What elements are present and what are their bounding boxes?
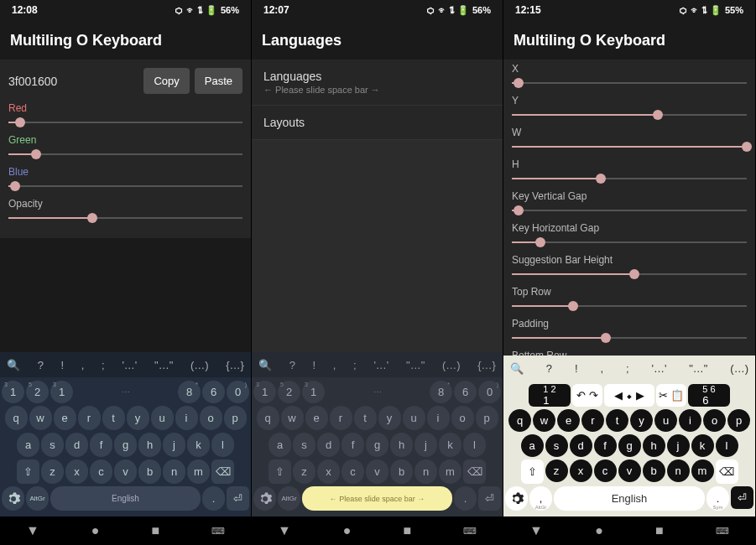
- num-key[interactable]: 52: [26, 381, 49, 403]
- settings-key[interactable]: [2, 486, 24, 511]
- recent-icon[interactable]: ■: [655, 523, 664, 538]
- key-v[interactable]: v: [366, 459, 388, 484]
- kb-top-item[interactable]: !: [313, 359, 316, 371]
- num-key[interactable]: 31: [253, 381, 276, 403]
- backspace-key[interactable]: ⌫: [211, 459, 234, 484]
- kb-top-item[interactable]: (…): [730, 362, 748, 375]
- key-j[interactable]: j: [414, 433, 437, 457]
- key-n[interactable]: n: [163, 459, 185, 484]
- back-icon[interactable]: ▼: [529, 523, 543, 538]
- key-e[interactable]: e: [54, 406, 76, 430]
- period-key[interactable]: .: [202, 486, 225, 511]
- kb-top-item[interactable]: ;: [626, 362, 629, 375]
- key-s[interactable]: s: [545, 434, 568, 457]
- key-f[interactable]: f: [90, 433, 112, 457]
- keyboard-switch-icon[interactable]: ⌨: [211, 526, 225, 537]
- key-i[interactable]: i: [175, 406, 198, 430]
- key-q[interactable]: q: [5, 406, 28, 430]
- key-d[interactable]: d: [317, 433, 340, 457]
- kb-top-item[interactable]: 🔍: [510, 362, 524, 375]
- key-u[interactable]: u: [403, 406, 425, 430]
- key-r[interactable]: r: [581, 409, 604, 432]
- slider-blue[interactable]: Blue: [8, 166, 242, 193]
- key-x[interactable]: x: [65, 459, 88, 484]
- undo-key[interactable]: ↶ ↷: [572, 384, 602, 407]
- shift-key[interactable]: ⇧: [17, 459, 39, 484]
- num-key[interactable]: *8: [430, 381, 452, 403]
- key-e[interactable]: e: [305, 406, 328, 430]
- key-i[interactable]: i: [679, 409, 701, 432]
- key-w[interactable]: w: [281, 406, 304, 430]
- altgr-key[interactable]: AltGr: [278, 486, 300, 511]
- recent-icon[interactable]: ■: [403, 523, 411, 538]
- copy-button[interactable]: Copy: [143, 68, 189, 94]
- key-g[interactable]: g: [618, 434, 641, 457]
- kb-top-item[interactable]: 🔍: [258, 359, 272, 371]
- back-icon[interactable]: ▼: [26, 523, 39, 538]
- shift-key[interactable]: ⇧: [521, 459, 544, 484]
- key-h[interactable]: h: [643, 434, 665, 457]
- key-n[interactable]: n: [414, 459, 437, 484]
- slider-key horizontal gap[interactable]: Key Horizontal Gap: [512, 222, 747, 249]
- num-key[interactable]: )0: [478, 381, 501, 403]
- key-a[interactable]: a: [269, 433, 291, 457]
- kb-top-item[interactable]: ,: [81, 359, 85, 371]
- home-icon[interactable]: ●: [91, 523, 100, 538]
- enter-key[interactable]: ⏎: [478, 486, 501, 511]
- cut-key[interactable]: ✂ 📋: [656, 384, 686, 407]
- key-m[interactable]: m: [439, 459, 461, 484]
- key-v[interactable]: v: [618, 459, 641, 482]
- key-m[interactable]: m: [691, 459, 714, 482]
- paste-button[interactable]: Paste: [195, 68, 242, 94]
- kb-top-item[interactable]: "…": [406, 359, 425, 371]
- keyboard-switch-icon[interactable]: ⌨: [716, 526, 729, 537]
- key-l[interactable]: l: [463, 433, 486, 457]
- num-key[interactable]: *8: [178, 381, 201, 403]
- slider-padding[interactable]: Padding: [512, 318, 747, 345]
- kb-top-item[interactable]: 🔍: [7, 359, 20, 371]
- kb-top-item[interactable]: '…': [373, 359, 388, 371]
- slider-opacity[interactable]: Opacity: [8, 198, 242, 225]
- key-d[interactable]: d: [65, 433, 88, 457]
- num-key[interactable]: )0: [227, 381, 249, 403]
- kb-top-item[interactable]: ?: [289, 359, 295, 371]
- num-key[interactable]: 31: [302, 381, 325, 403]
- slider-green[interactable]: Green: [8, 134, 242, 161]
- key-w[interactable]: w: [533, 409, 555, 432]
- slider-w[interactable]: W: [512, 127, 747, 153]
- kb-top-item[interactable]: (…): [190, 359, 209, 371]
- settings-key[interactable]: [253, 486, 276, 511]
- backspace-key[interactable]: ⌫: [716, 459, 738, 484]
- key-d[interactable]: d: [570, 434, 592, 457]
- kb-top-item[interactable]: ;: [102, 359, 105, 371]
- kb-top-item[interactable]: {…}: [226, 359, 244, 371]
- keyboard-switch-icon[interactable]: ⌨: [463, 526, 477, 537]
- sym-key[interactable]: .Sym: [706, 486, 729, 511]
- key-t[interactable]: t: [102, 406, 125, 430]
- slider-top row[interactable]: Top Row: [512, 286, 747, 313]
- slider-y[interactable]: Y: [512, 95, 747, 122]
- kb-top-item[interactable]: !: [575, 362, 578, 375]
- kb-top-item[interactable]: ,: [600, 362, 603, 375]
- key-b[interactable]: b: [390, 459, 413, 484]
- key-u[interactable]: u: [151, 406, 174, 430]
- kb-top-item[interactable]: ?: [546, 362, 552, 375]
- key-y[interactable]: y: [378, 406, 401, 430]
- shift-key[interactable]: ⇧: [269, 459, 291, 484]
- key-i[interactable]: i: [427, 406, 450, 430]
- key-p[interactable]: p: [224, 406, 247, 430]
- key-c[interactable]: c: [90, 459, 112, 484]
- space-bar[interactable]: ← Please slide space bar →: [302, 486, 452, 511]
- key-o[interactable]: o: [451, 406, 474, 430]
- kb-top-item[interactable]: '…': [651, 362, 666, 375]
- key-s[interactable]: s: [41, 433, 64, 457]
- key-b[interactable]: b: [643, 459, 665, 482]
- key-a[interactable]: a: [521, 434, 544, 457]
- key-g[interactable]: g: [114, 433, 137, 457]
- key-r[interactable]: r: [78, 406, 101, 430]
- altgr-key[interactable]: AltGr: [26, 486, 49, 511]
- period-key[interactable]: .: [454, 486, 477, 511]
- backspace-key[interactable]: ⌫: [463, 459, 486, 484]
- kb-top-item[interactable]: (…): [442, 359, 461, 371]
- home-icon[interactable]: ●: [595, 523, 603, 538]
